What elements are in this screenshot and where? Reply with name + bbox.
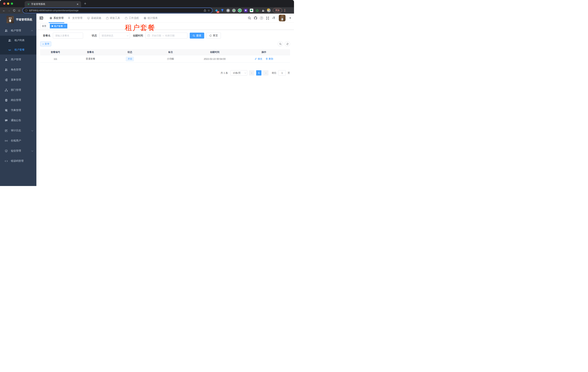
extension-badge: 10: [217, 11, 219, 13]
goto-label: 前往: [272, 71, 276, 74]
prev-page-button[interactable]: ‹: [249, 70, 254, 75]
tree-icon: [5, 78, 8, 82]
sidebar-item-online-users[interactable]: 在线用户: [0, 136, 36, 146]
end-date-placeholder[interactable]: 结束日期: [165, 34, 175, 37]
window-controls[interactable]: [3, 2, 13, 5]
extension-recorder-icon[interactable]: [232, 9, 236, 12]
forward-button[interactable]: →: [7, 8, 11, 13]
next-page-button[interactable]: ›: [263, 70, 268, 75]
add-button[interactable]: + 新增: [40, 42, 51, 46]
lashes-icon: [8, 48, 11, 52]
extension-y-icon[interactable]: Y: [238, 9, 242, 12]
profile-emoji-icon[interactable]: [267, 9, 271, 12]
page-size-select[interactable]: 10条/页: [231, 70, 247, 75]
minimize-window-button[interactable]: [7, 2, 9, 5]
sidebar-item-post-management[interactable]: 岗位管理: [0, 95, 36, 105]
topnav-item-workflow[interactable]: 工作流程: [122, 14, 141, 23]
site-info-icon[interactable]: i: [25, 9, 28, 12]
pagination-total: 共 1 条: [221, 71, 228, 74]
sidebar-item-error-code[interactable]: 错误码管理: [0, 156, 36, 166]
cell-actions: 修改 删除: [238, 57, 290, 61]
extension-shield-icon[interactable]: [244, 9, 247, 12]
zoom-window-button[interactable]: [11, 2, 13, 5]
chrome-menu-icon[interactable]: [284, 9, 286, 12]
search-button[interactable]: 搜索: [190, 32, 204, 39]
chrome-update-button[interactable]: 更新: [273, 8, 282, 13]
extension-command-icon[interactable]: ⌘: [226, 9, 230, 12]
start-date-placeholder[interactable]: 开始日期: [152, 34, 161, 37]
refresh-button[interactable]: [285, 41, 290, 47]
sidebar-logo[interactable]: 芋道管理系统: [0, 14, 36, 26]
topnav-item-report[interactable]: 统计报表: [141, 14, 160, 23]
sidebar-item-tenant-package[interactable]: 租户套餐: [0, 45, 36, 54]
tag-home[interactable]: 首页: [40, 24, 48, 28]
shield-check-icon: [5, 149, 8, 152]
status-select[interactable]: 请选择状态: [99, 32, 130, 39]
create-time-label: 创建时间: [133, 34, 143, 37]
topnav-item-payment[interactable]: ¥ 支付管理: [66, 14, 85, 23]
new-tab-button[interactable]: +: [84, 2, 86, 6]
cell-remark: 小功能: [149, 57, 191, 61]
dict-icon: [5, 109, 8, 112]
chevron-down-icon: [31, 129, 33, 131]
edit-link[interactable]: 修改: [254, 57, 262, 61]
package-table: 套餐编号 套餐名 状态 备注 创建时间 操作 111 普通套餐 开启 小功能 2…: [40, 49, 290, 63]
briefcase-icon: [106, 17, 109, 20]
package-name-input[interactable]: [53, 32, 83, 39]
goto-page-input[interactable]: [278, 70, 286, 75]
message-icon: [5, 119, 8, 122]
tag-close-icon[interactable]: ×: [64, 25, 65, 27]
status-label: 状态: [92, 34, 97, 37]
search-icon[interactable]: [248, 16, 251, 20]
extension-star-icon[interactable]: [255, 9, 259, 12]
pagination: 共 1 条 10条/页 ‹ 1 › 前往 页: [40, 70, 290, 75]
sidebar-item-menu-management[interactable]: 菜单管理: [0, 75, 36, 85]
extension-gem-icon[interactable]: [220, 9, 224, 12]
toggle-search-button[interactable]: [278, 41, 283, 47]
help-icon[interactable]: ?: [260, 16, 263, 20]
tags-view: 首页 租户套餐 ×: [36, 23, 294, 30]
collapse-sidebar-icon[interactable]: [40, 17, 43, 19]
close-window-button[interactable]: [3, 2, 5, 5]
reload-button[interactable]: [11, 8, 17, 13]
sidebar-submenu-tenant: 租户列表 租户套餐: [0, 36, 36, 54]
sidebar-item-dict-management[interactable]: 字典管理: [0, 105, 36, 115]
tab-title: 芋道管理系统: [31, 2, 75, 6]
topnav-item-devtools[interactable]: 研发工具: [104, 14, 122, 23]
sidebar-item-role-management[interactable]: 角色管理: [0, 65, 36, 75]
current-page-button[interactable]: 1: [256, 70, 262, 75]
tab-strip: 芋道管理系统 ✕ +: [0, 0, 294, 7]
extension-chat-icon[interactable]: [250, 9, 253, 12]
extensions-puzzle-icon[interactable]: [261, 9, 265, 12]
tab-close-icon[interactable]: ✕: [77, 3, 79, 6]
fullscreen-icon[interactable]: [266, 16, 269, 20]
delete-link[interactable]: 删除: [266, 57, 273, 61]
sidebar-item-notice[interactable]: 通知公告: [0, 115, 36, 126]
topnav-item-system[interactable]: 系统管理: [47, 14, 66, 23]
status-badge: 开启: [126, 57, 134, 61]
back-button[interactable]: ←: [1, 8, 7, 13]
sidebar-menu: 租户管理 租户列表 租户套餐: [0, 26, 36, 166]
avatar[interactable]: [279, 15, 285, 21]
tag-tenant-package[interactable]: 租户套餐 ×: [50, 24, 67, 28]
caret-down-icon[interactable]: [289, 18, 291, 19]
font-size-icon[interactable]: тT: [272, 16, 275, 20]
reset-button[interactable]: 重置: [206, 32, 221, 39]
sidebar-item-tenant-list[interactable]: 租户列表: [0, 36, 36, 45]
chevron-down-icon: [127, 34, 128, 36]
sidebar-item-tenant-management[interactable]: 租户管理: [0, 26, 36, 36]
home-button[interactable]: ⌂: [17, 8, 22, 13]
bookmark-star-icon[interactable]: ☆: [208, 9, 210, 12]
date-range-picker[interactable]: 开始日期 - 结束日期: [145, 32, 187, 39]
extension-diamond-icon[interactable]: 10: [215, 9, 218, 12]
cell-status: 开启: [110, 57, 149, 61]
share-icon[interactable]: [204, 9, 206, 12]
url-bar[interactable]: i 127.0.0.1:48080/admin-ui/system/tenant…: [23, 8, 212, 13]
topnav-item-infra[interactable]: 基础设施: [85, 14, 104, 23]
sidebar-item-sms-management[interactable]: 短信管理: [0, 146, 36, 156]
browser-tab[interactable]: 芋道管理系统 ✕: [25, 1, 81, 7]
sidebar-item-audit-log[interactable]: 审计日志: [0, 126, 36, 136]
sidebar-item-user-management[interactable]: 用户管理: [0, 54, 36, 65]
sidebar-item-dept-management[interactable]: 部门管理: [0, 85, 36, 95]
github-icon[interactable]: [254, 16, 257, 20]
